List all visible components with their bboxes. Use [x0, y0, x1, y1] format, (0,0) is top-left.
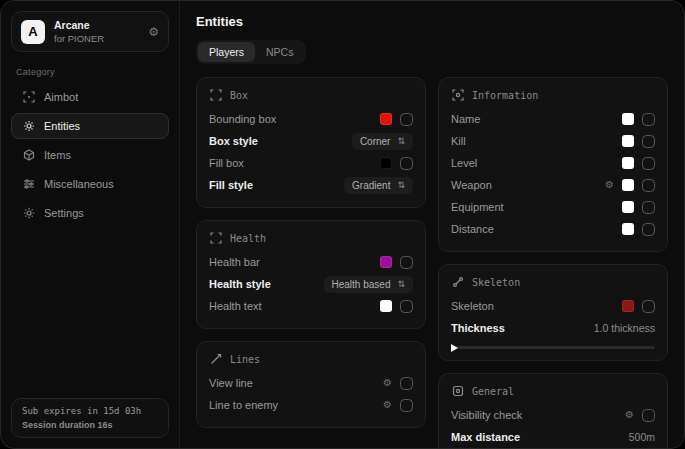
aimbot-icon — [22, 91, 35, 103]
color-swatch[interactable] — [622, 113, 634, 125]
checkbox[interactable] — [642, 135, 655, 148]
color-swatch[interactable] — [622, 201, 634, 213]
sidebar-item-entities[interactable]: Entities — [11, 113, 169, 139]
slider-handle[interactable] — [451, 344, 458, 352]
sidebar-item-items[interactable]: Items — [11, 142, 169, 168]
setting-row: Health bar — [209, 251, 413, 273]
color-swatch[interactable] — [622, 179, 634, 191]
sidebar-item-label: Aimbot — [44, 91, 78, 103]
checkbox[interactable] — [400, 113, 413, 126]
general-icon — [451, 385, 464, 397]
sidebar-item-settings[interactable]: Settings — [11, 200, 169, 226]
color-swatch[interactable] — [380, 300, 392, 312]
app-window: A Arcane for PIONER ⚙ Category Aimbot En… — [0, 0, 685, 449]
checkbox[interactable] — [642, 179, 655, 192]
checkbox[interactable] — [400, 256, 413, 269]
setting-row: Fill box — [209, 152, 413, 174]
page-title: Entities — [196, 14, 668, 29]
setting-row: Fill style Gradient ⇅ — [209, 174, 413, 196]
gear-icon — [22, 207, 35, 219]
setting-row: Line to enemy ⚙ — [209, 394, 413, 416]
setting-row: Weapon ⚙ — [451, 174, 655, 196]
panel-title: Information — [472, 90, 538, 101]
color-swatch[interactable] — [622, 135, 634, 147]
checkbox[interactable] — [642, 157, 655, 170]
chevron-up-down-icon: ⇅ — [397, 181, 405, 190]
sidebar-item-miscellaneous[interactable]: Miscellaneous — [11, 171, 169, 197]
chevron-up-down-icon: ⇅ — [397, 280, 405, 289]
gear-icon[interactable]: ⚙ — [383, 400, 392, 410]
setting-row: Skeleton — [451, 295, 655, 317]
color-swatch[interactable] — [380, 157, 392, 169]
setting-row: Visibility check ⚙ — [451, 404, 655, 426]
setting-row: Equipment — [451, 196, 655, 218]
color-swatch[interactable] — [622, 223, 634, 235]
subscription-card: Sub expires in 15d 03h Session duration … — [11, 398, 169, 438]
sidebar-item-aimbot[interactable]: Aimbot — [11, 84, 169, 110]
checkbox[interactable] — [642, 223, 655, 236]
panel-title: Health — [230, 233, 266, 244]
color-swatch[interactable] — [380, 256, 392, 268]
settings-gear-icon[interactable]: ⚙ — [148, 25, 159, 39]
color-swatch[interactable] — [380, 113, 392, 125]
setting-row: Kill — [451, 130, 655, 152]
sidebar-item-label: Items — [44, 149, 71, 161]
setting-row: Health style Health based ⇅ — [209, 273, 413, 295]
setting-row: Thickness 1.0 thickness — [451, 317, 655, 339]
setting-row: Max distance 500m — [451, 426, 655, 448]
sidebar-item-label: Entities — [44, 120, 80, 132]
setting-row: Name — [451, 108, 655, 130]
brand-logo: A — [21, 20, 45, 44]
information-icon — [451, 89, 464, 101]
thickness-value: 1.0 thickness — [594, 322, 655, 334]
lines-icon — [209, 353, 222, 365]
tab-players[interactable]: Players — [198, 42, 255, 62]
setting-row: Level — [451, 152, 655, 174]
setting-row: Health text — [209, 295, 413, 317]
sidebar-nav: Aimbot Entities Items Miscellaneous — [11, 84, 169, 226]
gear-icon[interactable]: ⚙ — [383, 378, 392, 388]
health-icon — [209, 232, 222, 244]
brand-subtitle: for PIONER — [54, 33, 104, 44]
checkbox[interactable] — [400, 300, 413, 313]
color-swatch[interactable] — [622, 300, 634, 312]
checkbox[interactable] — [642, 409, 655, 422]
entities-icon — [22, 120, 35, 132]
entity-tabs: Players NPCs — [196, 40, 306, 64]
panel-title: Box — [230, 90, 248, 101]
checkbox[interactable] — [400, 157, 413, 170]
sidebar: A Arcane for PIONER ⚙ Category Aimbot En… — [1, 1, 180, 448]
gear-icon[interactable]: ⚙ — [605, 180, 614, 190]
health-panel: Health Health bar Health style Health ba… — [196, 220, 426, 329]
category-label: Category — [16, 67, 164, 77]
tab-npcs[interactable]: NPCs — [255, 42, 304, 62]
setting-row: Box style Corner ⇅ — [209, 130, 413, 152]
color-swatch[interactable] — [622, 157, 634, 169]
gear-icon[interactable]: ⚙ — [625, 410, 634, 420]
box-style-dropdown[interactable]: Corner ⇅ — [352, 133, 413, 150]
information-panel: Information Name Kill Level — [438, 77, 668, 252]
health-style-dropdown[interactable]: Health based ⇅ — [324, 276, 413, 293]
setting-row: Bounding box — [209, 108, 413, 130]
box-panel: Box Bounding box Box style Corner ⇅ — [196, 77, 426, 208]
lines-panel: Lines View line ⚙ Line to enemy ⚙ — [196, 341, 426, 428]
checkbox[interactable] — [400, 399, 413, 412]
checkbox[interactable] — [642, 201, 655, 214]
panel-title: General — [472, 386, 514, 397]
checkbox[interactable] — [642, 300, 655, 313]
setting-row: Distance — [451, 218, 655, 240]
chevron-up-down-icon: ⇅ — [397, 137, 405, 146]
brand-name: Arcane — [54, 19, 104, 31]
session-duration-text: Session duration 16s — [22, 420, 158, 430]
sub-expires-text: Sub expires in 15d 03h — [22, 406, 158, 416]
checkbox[interactable] — [642, 113, 655, 126]
thickness-slider[interactable] — [451, 346, 655, 349]
sidebar-item-label: Settings — [44, 207, 84, 219]
checkbox[interactable] — [400, 377, 413, 390]
setting-row: View line ⚙ — [209, 372, 413, 394]
brand-card: A Arcane for PIONER ⚙ — [11, 11, 169, 52]
fill-style-dropdown[interactable]: Gradient ⇅ — [344, 177, 413, 194]
box-icon — [209, 89, 222, 101]
sidebar-item-label: Miscellaneous — [44, 178, 114, 190]
skeleton-icon — [451, 276, 464, 288]
